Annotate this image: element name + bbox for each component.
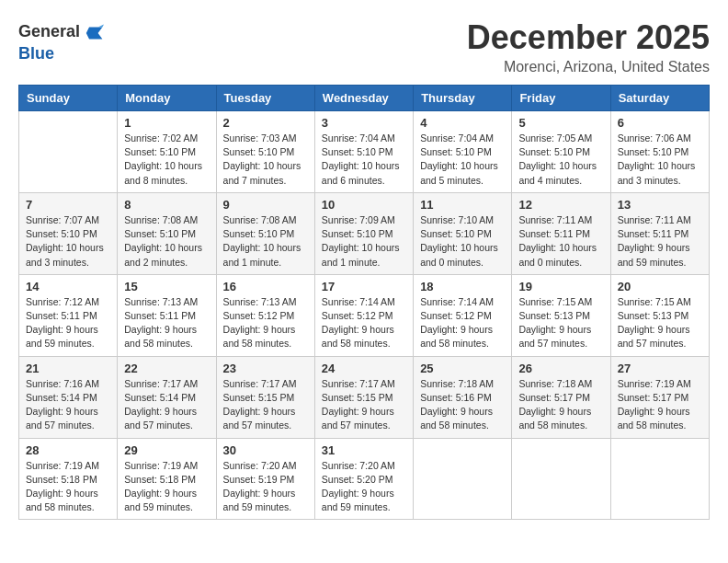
calendar-cell: 8Sunrise: 7:08 AM Sunset: 5:10 PM Daylig… (118, 192, 216, 274)
calendar-cell (414, 438, 512, 520)
day-number: 3 (322, 116, 406, 130)
calendar-cell: 31Sunrise: 7:20 AM Sunset: 5:20 PM Dayli… (314, 438, 413, 520)
day-info: Sunrise: 7:03 AM Sunset: 5:10 PM Dayligh… (223, 132, 308, 188)
calendar-cell: 29Sunrise: 7:19 AM Sunset: 5:18 PM Dayli… (118, 438, 216, 520)
calendar-cell: 23Sunrise: 7:17 AM Sunset: 5:15 PM Dayli… (216, 356, 314, 438)
day-info: Sunrise: 7:19 AM Sunset: 5:18 PM Dayligh… (124, 459, 209, 515)
week-row-1: 1Sunrise: 7:02 AM Sunset: 5:10 PM Daylig… (19, 111, 710, 193)
day-info: Sunrise: 7:04 AM Sunset: 5:10 PM Dayligh… (322, 132, 406, 188)
day-info: Sunrise: 7:08 AM Sunset: 5:10 PM Dayligh… (124, 213, 209, 270)
calendar-cell: 28Sunrise: 7:19 AM Sunset: 5:18 PM Dayli… (19, 438, 118, 520)
week-row-2: 7Sunrise: 7:07 AM Sunset: 5:10 PM Daylig… (19, 192, 710, 274)
day-info: Sunrise: 7:10 AM Sunset: 5:10 PM Dayligh… (420, 213, 505, 270)
svg-marker-0 (86, 28, 103, 40)
calendar-cell: 14Sunrise: 7:12 AM Sunset: 5:11 PM Dayli… (19, 274, 118, 356)
day-number: 27 (618, 362, 702, 375)
calendar-cell (19, 111, 118, 193)
day-number: 20 (618, 280, 702, 293)
day-info: Sunrise: 7:15 AM Sunset: 5:13 PM Dayligh… (518, 295, 603, 351)
calendar-cell: 4Sunrise: 7:04 AM Sunset: 5:10 PM Daylig… (414, 111, 512, 193)
weekday-header-friday: Friday (512, 86, 610, 111)
day-info: Sunrise: 7:18 AM Sunset: 5:16 PM Dayligh… (420, 377, 505, 433)
day-number: 22 (124, 362, 209, 375)
day-info: Sunrise: 7:11 AM Sunset: 5:11 PM Dayligh… (618, 213, 702, 270)
calendar-table: SundayMondayTuesdayWednesdayThursdayFrid… (18, 85, 710, 520)
day-number: 9 (223, 198, 308, 212)
day-info: Sunrise: 7:07 AM Sunset: 5:10 PM Dayligh… (26, 213, 110, 270)
day-info: Sunrise: 7:17 AM Sunset: 5:15 PM Dayligh… (322, 377, 406, 433)
day-number: 29 (124, 443, 209, 457)
svg-marker-1 (98, 24, 104, 27)
day-info: Sunrise: 7:05 AM Sunset: 5:10 PM Dayligh… (518, 132, 603, 188)
day-number: 30 (223, 443, 308, 457)
day-number: 4 (420, 116, 505, 130)
calendar-cell: 9Sunrise: 7:08 AM Sunset: 5:10 PM Daylig… (216, 192, 314, 274)
calendar-cell: 11Sunrise: 7:10 AM Sunset: 5:10 PM Dayli… (414, 192, 512, 274)
day-info: Sunrise: 7:14 AM Sunset: 5:12 PM Dayligh… (322, 295, 406, 351)
calendar-cell: 2Sunrise: 7:03 AM Sunset: 5:10 PM Daylig… (216, 111, 314, 193)
day-number: 25 (420, 362, 505, 375)
title-section: December 2025 Morenci, Arizona, United S… (467, 18, 710, 75)
day-number: 1 (124, 116, 209, 130)
day-info: Sunrise: 7:06 AM Sunset: 5:10 PM Dayligh… (618, 132, 702, 188)
day-info: Sunrise: 7:13 AM Sunset: 5:11 PM Dayligh… (124, 295, 209, 351)
calendar-cell: 24Sunrise: 7:17 AM Sunset: 5:15 PM Dayli… (314, 356, 413, 438)
day-info: Sunrise: 7:12 AM Sunset: 5:11 PM Dayligh… (26, 295, 110, 351)
day-number: 24 (322, 362, 406, 375)
calendar-cell: 5Sunrise: 7:05 AM Sunset: 5:10 PM Daylig… (512, 111, 610, 193)
calendar-cell: 27Sunrise: 7:19 AM Sunset: 5:17 PM Dayli… (610, 356, 709, 438)
day-info: Sunrise: 7:20 AM Sunset: 5:20 PM Dayligh… (322, 459, 406, 515)
calendar-cell: 6Sunrise: 7:06 AM Sunset: 5:10 PM Daylig… (610, 111, 709, 193)
week-row-3: 14Sunrise: 7:12 AM Sunset: 5:11 PM Dayli… (19, 274, 710, 356)
day-info: Sunrise: 7:16 AM Sunset: 5:14 PM Dayligh… (26, 377, 110, 433)
day-info: Sunrise: 7:17 AM Sunset: 5:14 PM Dayligh… (124, 377, 209, 433)
day-info: Sunrise: 7:04 AM Sunset: 5:10 PM Dayligh… (420, 132, 505, 188)
day-number: 23 (223, 362, 308, 375)
day-info: Sunrise: 7:02 AM Sunset: 5:10 PM Dayligh… (124, 132, 209, 188)
day-info: Sunrise: 7:15 AM Sunset: 5:13 PM Dayligh… (618, 295, 702, 351)
day-info: Sunrise: 7:13 AM Sunset: 5:12 PM Dayligh… (223, 295, 308, 351)
calendar-cell: 15Sunrise: 7:13 AM Sunset: 5:11 PM Dayli… (118, 274, 216, 356)
day-number: 18 (420, 280, 505, 293)
week-row-4: 21Sunrise: 7:16 AM Sunset: 5:14 PM Dayli… (19, 356, 710, 438)
day-number: 5 (518, 116, 603, 130)
day-number: 11 (420, 198, 505, 212)
calendar-cell: 13Sunrise: 7:11 AM Sunset: 5:11 PM Dayli… (610, 192, 709, 274)
calendar-cell: 12Sunrise: 7:11 AM Sunset: 5:11 PM Dayli… (512, 192, 610, 274)
day-number: 17 (322, 280, 406, 293)
weekday-header-thursday: Thursday (414, 86, 512, 111)
day-info: Sunrise: 7:20 AM Sunset: 5:19 PM Dayligh… (223, 459, 308, 515)
calendar-cell: 16Sunrise: 7:13 AM Sunset: 5:12 PM Dayli… (216, 274, 314, 356)
day-number: 14 (26, 280, 110, 293)
day-number: 13 (618, 198, 702, 212)
day-number: 6 (618, 116, 702, 130)
week-row-5: 28Sunrise: 7:19 AM Sunset: 5:18 PM Dayli… (19, 438, 710, 520)
logo-general: General (18, 22, 80, 40)
calendar-cell: 1Sunrise: 7:02 AM Sunset: 5:10 PM Daylig… (118, 111, 216, 193)
weekday-header-monday: Monday (118, 86, 216, 111)
day-number: 19 (518, 280, 603, 293)
weekday-header-sunday: Sunday (19, 86, 118, 111)
header: General Blue December 2025 Morenci, Ariz… (18, 18, 710, 75)
calendar-cell (512, 438, 610, 520)
day-number: 10 (322, 198, 406, 212)
logo: General Blue (18, 22, 106, 63)
day-number: 15 (124, 280, 209, 293)
calendar-cell (610, 438, 709, 520)
day-info: Sunrise: 7:11 AM Sunset: 5:11 PM Dayligh… (518, 213, 603, 270)
day-info: Sunrise: 7:14 AM Sunset: 5:12 PM Dayligh… (420, 295, 505, 351)
weekday-header-tuesday: Tuesday (216, 86, 314, 111)
day-info: Sunrise: 7:08 AM Sunset: 5:10 PM Dayligh… (223, 213, 308, 270)
day-number: 8 (124, 198, 209, 212)
calendar-cell: 25Sunrise: 7:18 AM Sunset: 5:16 PM Dayli… (414, 356, 512, 438)
calendar-cell: 20Sunrise: 7:15 AM Sunset: 5:13 PM Dayli… (610, 274, 709, 356)
location-title: Morenci, Arizona, United States (467, 59, 710, 75)
day-info: Sunrise: 7:19 AM Sunset: 5:18 PM Dayligh… (26, 459, 110, 515)
day-number: 21 (26, 362, 110, 375)
day-number: 28 (26, 443, 110, 457)
logo-bird-icon (82, 22, 104, 44)
calendar-cell: 19Sunrise: 7:15 AM Sunset: 5:13 PM Dayli… (512, 274, 610, 356)
calendar-cell: 17Sunrise: 7:14 AM Sunset: 5:12 PM Dayli… (314, 274, 413, 356)
weekday-header-saturday: Saturday (610, 86, 709, 111)
calendar-cell: 30Sunrise: 7:20 AM Sunset: 5:19 PM Dayli… (216, 438, 314, 520)
